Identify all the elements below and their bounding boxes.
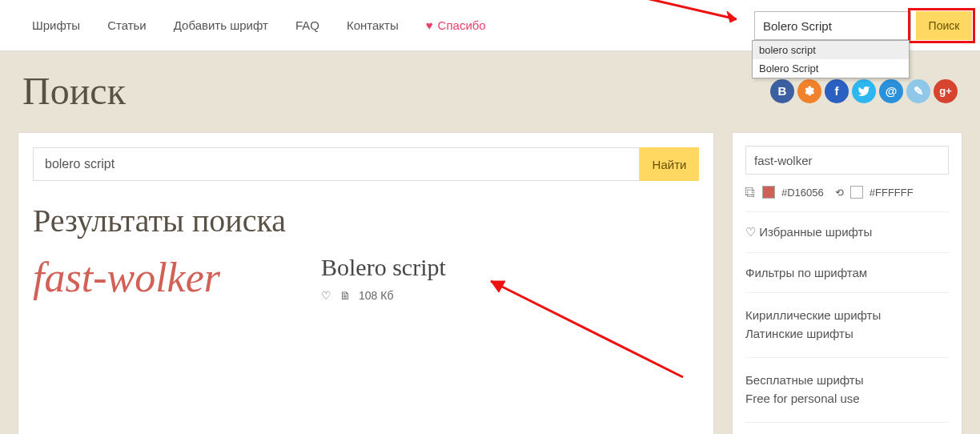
main-panel: Найти Результаты поиска fast-wolker Bole… [18, 132, 714, 434]
result-font-name[interactable]: Bolero script [321, 254, 446, 281]
main-search: Найти [33, 147, 699, 181]
sidebar-group-license: Бесплатные шрифты Free for personal use [745, 366, 949, 414]
color-picker-row: ⿻ #D16056 ⟲ #FFFFFF [745, 186, 949, 199]
googleplus-icon[interactable]: g+ [934, 79, 958, 103]
sidebar-group-encoding: Кириллические шрифты Латинские шрифты [745, 301, 949, 349]
sidebar-item[interactable]: Латинские шрифты [745, 324, 949, 343]
nav-articles[interactable]: Статьи [107, 18, 147, 32]
result-row: fast-wolker Bolero script ♡ 🗎 108 Кб [33, 254, 699, 302]
header-search-button[interactable]: Поиск [916, 11, 972, 40]
copy-icon[interactable]: ⿻ [745, 187, 756, 199]
page-title: Поиск [22, 69, 126, 113]
sidebar-item[interactable]: Бесплатные шрифты [745, 371, 949, 389]
nav-faq[interactable]: FAQ [295, 18, 319, 32]
sidebar-item[interactable]: Кириллические шрифты [745, 306, 949, 324]
fg-color-swatch[interactable] [762, 186, 775, 199]
main-search-button[interactable]: Найти [640, 147, 699, 181]
nav-thanks-label: Спасибо [438, 18, 486, 32]
top-navigation: Шрифты Статьи Добавить шрифт FAQ Контакт… [0, 0, 980, 51]
sidebar-filters[interactable]: Фильтры по шрифтам [745, 261, 949, 284]
nav-links: Шрифты Статьи Добавить шрифт FAQ Контакт… [32, 18, 486, 32]
nav-fonts[interactable]: Шрифты [32, 18, 80, 32]
result-size: 108 Кб [359, 289, 393, 302]
header-search-autocomplete: bolero script Bolero Script [752, 40, 910, 78]
autocomplete-item[interactable]: Bolero Script [753, 59, 909, 78]
sidebar-preview-input[interactable] [745, 146, 949, 175]
heart-icon: ♥ [426, 18, 433, 32]
fg-color-value: #D16056 [781, 187, 824, 199]
nav-thanks[interactable]: ♥Спасибо [426, 18, 486, 32]
favorite-icon[interactable]: ♡ [321, 289, 331, 302]
sidebar-favorites[interactable]: ♡ Избранные шрифты [745, 220, 949, 244]
sidebar-group-category: Альтернативные шрифты Брендовые шрифты [745, 431, 949, 434]
font-preview: fast-wolker [33, 254, 297, 299]
heart-outline-icon: ♡ [745, 225, 759, 239]
sidebar-item[interactable]: Free for personal use [745, 389, 949, 408]
header-search-input[interactable] [754, 11, 911, 40]
facebook-icon[interactable]: f [825, 79, 849, 103]
result-info: Bolero script ♡ 🗎 108 Кб [321, 254, 446, 302]
autocomplete-item[interactable]: bolero script [753, 41, 909, 59]
mail-icon[interactable]: @ [879, 79, 903, 103]
sidebar-favorites-label: Избранные шрифты [759, 225, 872, 239]
ok-icon[interactable]: ✽ [797, 79, 821, 103]
twitter-icon[interactable] [852, 79, 876, 103]
results-heading: Результаты поиска [33, 202, 699, 239]
bg-color-value: #FFFFFF [870, 187, 914, 199]
result-meta: ♡ 🗎 108 Кб [321, 289, 446, 302]
content: Найти Результаты поиска fast-wolker Bole… [0, 132, 980, 434]
file-icon: 🗎 [339, 289, 351, 302]
sidebar: ⿻ #D16056 ⟲ #FFFFFF ♡ Избранные шрифты Ф… [732, 132, 962, 434]
swap-icon[interactable]: ⟲ [835, 187, 844, 199]
livejournal-icon[interactable]: ✎ [906, 79, 930, 103]
header-search: Поиск [754, 11, 972, 40]
main-search-input[interactable] [33, 147, 640, 181]
bg-color-swatch[interactable] [850, 186, 863, 199]
vk-icon[interactable]: B [770, 79, 794, 103]
nav-contacts[interactable]: Контакты [347, 18, 399, 32]
nav-add-font[interactable]: Добавить шрифт [174, 18, 268, 32]
social-share: B ✽ f @ ✎ g+ [770, 79, 958, 103]
